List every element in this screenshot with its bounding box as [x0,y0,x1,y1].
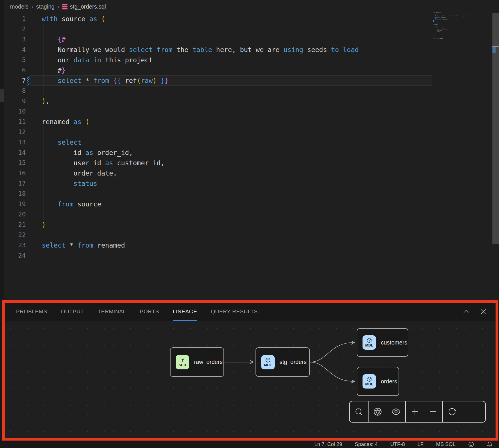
breadcrumb: models›staging›stg_orders.sql [4,0,106,13]
lineage-node-stg_orders[interactable]: MDLstg_orders [256,347,310,377]
code-line: user_id as customer_id, [42,158,359,168]
lineage-node-customers[interactable]: MDLcustomers [357,328,408,357]
line-number: 2 [4,24,26,34]
aperture-button[interactable] [369,401,387,422]
status-bar: Ln 7, Col 29Spaces: 4UTF-8LFMS SQL [0,441,499,448]
line-number: 22 [4,230,26,240]
code-line [42,24,359,34]
lineage-node-orders[interactable]: MDLorders [357,367,399,396]
code-line [42,106,359,117]
node-label: stg_orders [280,359,307,365]
line-number: 1 [4,14,26,24]
code-line: renamed as ( [42,117,359,127]
line-number: 3 [4,34,26,45]
minimap[interactable]: with source as ( {#- Normally we would s… [433,12,491,49]
status-item-spaces-4[interactable]: Spaces: 4 [355,441,378,447]
line-number: 11 [4,117,26,127]
model-badge: MDL [363,335,376,350]
seed-badge: SED [176,355,189,369]
code-line: ) [42,220,359,230]
chevron-up-icon[interactable] [462,308,470,315]
status-item-utf-8[interactable]: UTF-8 [390,441,405,447]
code-line: {#- [42,34,359,45]
line-number: 19 [4,199,26,209]
line-number: 20 [4,209,26,220]
overview-ruler-cursor-marker [492,46,499,47]
line-number: 12 [4,127,26,137]
code-line [42,86,359,96]
code-line: select [42,137,359,148]
code-line: Normally we would select from the table … [42,45,359,55]
overview-ruler-modified-marker [492,47,496,53]
code-line [433,39,486,40]
line-number: 7 [4,75,26,86]
line-number: 9 [4,96,26,106]
code-line: with source as ( [42,14,359,24]
lineage-node-raw_orders[interactable]: SEDraw_orders [170,347,224,377]
database-file-icon [62,4,68,9]
eye-button[interactable] [387,401,405,422]
panel-tab-bar: PROBLEMSOUTPUTTERMINALPORTSLINEAGEQUERY … [4,302,499,321]
model-badge: MDL [261,355,275,369]
code-line [42,230,359,240]
breadcrumb-separator: › [58,3,60,10]
panel-tab-lineage[interactable]: LINEAGE [173,302,197,321]
line-number: 17 [4,178,26,189]
line-number-gutter: 123456789101112131415161718192021222324 [4,14,26,261]
minimap-modified-marker [433,20,434,22]
minimap-code: with source as ( {#- Normally we would s… [433,12,486,40]
line-number: 16 [4,168,26,178]
line-number: 6 [4,65,26,75]
panel-tab-ports[interactable]: PORTS [140,302,159,321]
status-item-lf[interactable]: LF [417,441,423,447]
status-item-ms-sql[interactable]: MS SQL [436,441,456,447]
breadcrumb-item[interactable]: models [10,3,28,10]
code-line: select * from renamed [42,240,359,250]
code-line [42,209,359,220]
lineage-toolbar [349,401,486,423]
left-rail-handle[interactable] [0,89,4,102]
model-badge: MDL [363,374,376,389]
left-rail [0,0,4,448]
search-button[interactable] [350,401,368,422]
zoom-out-button[interactable] [424,401,442,422]
code-line [42,250,359,261]
line-number: 13 [4,137,26,148]
panel-tab-output[interactable]: OUTPUT [61,302,84,321]
modified-line-gutter-indicator [27,76,29,85]
code-line [42,189,359,199]
line-number: 8 [4,86,26,96]
vscode-window: models›staging›stg_orders.sql 1234567891… [0,0,499,448]
line-number: 15 [4,158,26,168]
status-item-ln-7-col-29[interactable]: Ln 7, Col 29 [314,441,342,447]
line-number: 10 [4,106,26,117]
code-line: select * from {{ ref(raw) }} [42,75,359,86]
node-label: customers [381,339,407,346]
code-line [42,127,359,137]
zoom-in-button[interactable] [406,401,424,422]
breadcrumb-item[interactable]: staging [36,3,55,10]
code-line: from source [42,199,359,209]
line-number: 4 [4,45,26,55]
breadcrumb-file[interactable]: stg_orders.sql [62,3,106,10]
code-line: order_date, [42,168,359,178]
line-number: 24 [4,250,26,261]
line-number: 23 [4,240,26,250]
feedback-smiley-icon[interactable] [468,441,474,447]
line-number: 5 [4,55,26,65]
node-label: orders [381,378,397,385]
refresh-button[interactable] [443,401,461,422]
code-line: status [42,178,359,189]
line-number: 18 [4,189,26,199]
code-editor[interactable]: with source as ( {#- Normally we would s… [42,14,359,261]
code-line: id as order_id, [42,148,359,158]
code-line: ), [42,96,359,106]
panel-tab-query-results[interactable]: QUERY RESULTS [211,302,258,321]
node-label: raw_orders [194,359,223,365]
breadcrumb-separator: › [31,3,33,10]
close-icon[interactable] [480,308,487,315]
bell-icon[interactable] [487,441,493,447]
panel-tab-problems[interactable]: PROBLEMS [16,302,47,321]
code-line: #} [42,65,359,75]
panel-tab-terminal[interactable]: TERMINAL [98,302,126,321]
